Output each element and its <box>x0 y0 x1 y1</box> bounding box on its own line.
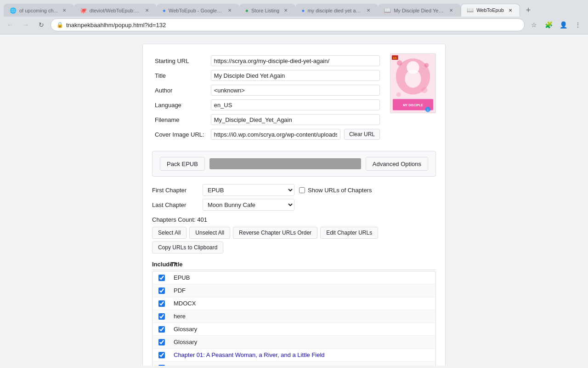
tab-close-icon[interactable]: ✕ <box>61 7 68 14</box>
chapter-checkbox-ch-01[interactable] <box>158 352 165 358</box>
chapter-checkbox-cell <box>153 300 171 307</box>
svg-point-5 <box>424 63 429 68</box>
chapter-checkbox-cell <box>153 352 171 358</box>
show-urls-checkbox[interactable] <box>299 187 305 193</box>
tab-close-icon[interactable]: ✕ <box>507 6 514 14</box>
tab-favicon: 🌐 <box>10 7 17 14</box>
cover-url-input[interactable] <box>211 129 340 140</box>
chapter-title-cell: here <box>171 313 435 320</box>
chapter-checkbox-cell <box>153 365 171 366</box>
chapter-checkbox-ch-glossary2[interactable] <box>158 339 165 345</box>
chapter-checkbox-cell <box>153 339 171 345</box>
tab-close-icon[interactable]: ✕ <box>365 7 372 14</box>
language-input[interactable] <box>211 99 380 110</box>
tab-close-icon[interactable]: ✕ <box>143 7 151 14</box>
author-label: Author <box>152 83 208 98</box>
tab-label: my disciple died yet ag... <box>307 8 362 13</box>
chapter-checkbox-cell <box>153 288 171 294</box>
svg-point-3 <box>405 70 421 88</box>
chapter-title-cell[interactable]: Chapter 01: A Peasant Woman, a River, an… <box>171 351 435 358</box>
form-table: Starting URL Title Author <box>152 53 383 142</box>
tab-favicon: 🐙 <box>80 7 87 14</box>
back-button[interactable]: ← <box>4 18 17 31</box>
first-chapter-select[interactable]: EPUB <box>203 184 294 196</box>
tab-webtoepub[interactable]: 📖 WebToEpub ✕ <box>461 4 520 17</box>
popup-container: Starting URL Title Author <box>142 44 446 366</box>
reload-button[interactable]: ↻ <box>35 18 48 31</box>
page-content: Starting URL Title Author <box>0 34 588 366</box>
title-header: Title <box>170 261 436 268</box>
tab-label: My Disciple Died Yet A... <box>394 8 445 13</box>
last-chapter-label: Last Chapter <box>152 201 198 208</box>
tab-close-icon[interactable]: ✕ <box>226 7 233 14</box>
starting-url-input[interactable] <box>211 55 380 66</box>
advanced-options-button[interactable]: Advanced Options <box>366 157 428 171</box>
tab-close-icon[interactable]: ✕ <box>447 7 455 14</box>
chapter-checkbox-ch-here[interactable] <box>158 313 165 320</box>
author-input[interactable] <box>211 85 380 96</box>
filename-label: Filename <box>152 112 208 127</box>
chapter-checkbox-ch-pdf[interactable] <box>158 288 165 294</box>
menu-button[interactable]: ⋮ <box>571 18 584 31</box>
unselect-all-button[interactable]: Unselect All <box>189 227 230 239</box>
chapter-action-buttons: Select All Unselect All Reverse Chapter … <box>152 227 436 253</box>
title-input[interactable] <box>211 70 380 81</box>
tab-favicon: 📖 <box>384 7 391 14</box>
cover-image: MY DISCIPLE ES i <box>390 53 436 113</box>
chapter-checkbox-cell <box>153 313 171 320</box>
tab-favicon: ● <box>301 7 305 14</box>
reverse-order-button[interactable]: Reverse Chapter URLs Order <box>233 227 317 239</box>
tab-store[interactable]: ● Store Listing ✕ <box>239 4 295 17</box>
chapter-title-cell[interactable]: Chapter 02: The Deities' Disciple Select… <box>171 364 435 366</box>
chapter-checkbox-ch-glossary1[interactable] <box>158 326 165 333</box>
cover-url-row: Clear URL <box>211 129 380 140</box>
address-bar[interactable]: 🔒 tnaknpekbaahlhm/popup.html?id=132 <box>51 18 525 31</box>
address-text: tnaknpekbaahlhm/popup.html?id=132 <box>66 22 519 29</box>
chapter-item: EPUB <box>153 271 435 284</box>
clear-url-button[interactable]: Clear URL <box>344 129 380 140</box>
include-header: Include? <box>152 261 170 268</box>
chapter-checkbox-cell <box>153 326 171 333</box>
first-chapter-row: First Chapter EPUB Show URLs of Chapters <box>152 184 436 196</box>
last-chapter-select[interactable]: Moon Bunny Cafe <box>203 199 294 211</box>
pack-epub-button[interactable]: Pack EPUB <box>160 157 205 171</box>
chapter-list-header: Include? Title <box>152 259 436 270</box>
new-tab-button[interactable]: + <box>522 4 535 17</box>
tab-close-icon[interactable]: ✕ <box>282 7 289 14</box>
select-all-button[interactable]: Select All <box>152 227 187 239</box>
svg-text:MY DISCIPLE: MY DISCIPLE <box>403 104 423 107</box>
copy-urls-button[interactable]: Copy URLs to Clipboard <box>152 242 223 253</box>
extensions-button[interactable]: 🧩 <box>542 18 555 31</box>
bookmark-button[interactable]: ☆ <box>527 18 540 31</box>
chapter-checkbox-ch-mdocx[interactable] <box>158 300 165 307</box>
tab-upcoming[interactable]: 🌐 of upcoming ch... ✕ <box>4 4 74 17</box>
tab-mydisciple[interactable]: 📖 My Disciple Died Yet A... ✕ <box>378 4 461 17</box>
tab-disciple-search[interactable]: ● my disciple died yet ag... ✕ <box>295 4 378 17</box>
address-bar-row: ← → ↻ 🔒 tnaknpekbaahlhm/popup.html?id=13… <box>0 17 588 34</box>
edit-urls-button[interactable]: Edit Chapter URLs <box>320 227 378 239</box>
tab-label: WebToEpub <box>476 7 504 13</box>
tab-google[interactable]: ● WebToEpub - Google S... ✕ <box>157 4 239 17</box>
chapter-title-cell: Glossary <box>171 326 435 333</box>
forward-button[interactable]: → <box>19 18 32 31</box>
profile-button[interactable]: 👤 <box>557 18 570 31</box>
show-urls-label[interactable]: Show URLs of Chapters <box>299 187 372 194</box>
title-label: Title <box>152 68 208 83</box>
browser-chrome: 🌐 of upcoming ch... ✕ 🐙 dteviot/WebToEpu… <box>0 0 588 34</box>
svg-text:ES: ES <box>393 57 397 59</box>
toolbar-icons: ☆ 🧩 👤 ⋮ <box>527 18 584 31</box>
tab-github[interactable]: 🐙 dteviot/WebToEpub: A... ✕ <box>74 4 157 17</box>
svg-point-4 <box>397 60 402 66</box>
chapter-checkbox-ch-02[interactable] <box>158 365 165 366</box>
filename-input[interactable] <box>211 114 380 125</box>
svg-point-7 <box>396 92 401 97</box>
last-chapter-row: Last Chapter Moon Bunny Cafe <box>152 199 436 211</box>
tab-favicon: 📖 <box>467 7 474 13</box>
chapter-checkbox-cell <box>153 275 171 281</box>
chapter-item: here <box>153 310 435 323</box>
chapter-title-cell: Glossary <box>171 339 435 345</box>
chapter-checkbox-ch-epub[interactable] <box>158 275 165 281</box>
first-chapter-label: First Chapter <box>152 187 198 194</box>
progress-bar <box>209 158 361 169</box>
chapter-title-cell: EPUB <box>171 274 435 281</box>
